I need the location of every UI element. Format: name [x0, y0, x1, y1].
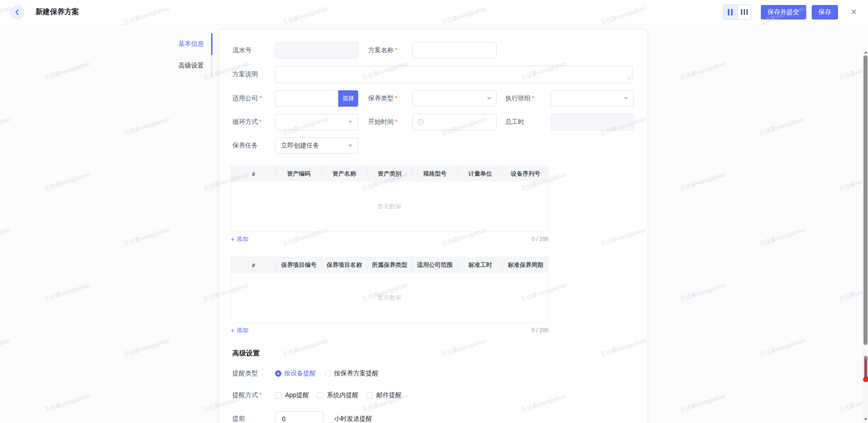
- radio-by-plan[interactable]: 按保养方案提醒: [325, 369, 379, 378]
- anchor-nav: 基本信息 高级设置: [178, 33, 206, 77]
- column-header: 标准工时: [458, 257, 503, 273]
- asset-table-empty-state: 暂无数据: [231, 182, 548, 231]
- form-card: 流水号 方案名称* 方案说明 适用公司* 选择: [220, 30, 647, 423]
- company-label: 适用公司*: [232, 94, 275, 103]
- plan-desc-label: 方案说明: [232, 70, 275, 79]
- three-bars-icon: [741, 9, 742, 15]
- two-bars-icon: [728, 9, 730, 15]
- two-column-layout-button[interactable]: [723, 5, 737, 20]
- maint-task-select[interactable]: 立即创建任务: [275, 138, 358, 154]
- exec-team-label: 执行班组*: [505, 94, 551, 103]
- checkbox-icon: [366, 392, 373, 398]
- chevron-down-icon: [624, 97, 628, 100]
- checkbox-email-remind[interactable]: 邮件提醒: [366, 391, 402, 399]
- item-table-empty-state: 暂无数据: [231, 273, 548, 323]
- tab-basic-info[interactable]: 基本信息: [178, 33, 206, 55]
- remind-type-row: 提醒类型 按设备提醒 按保养方案提醒: [232, 369, 634, 378]
- checkbox-app-remind[interactable]: App提醒: [275, 391, 309, 399]
- form-row: 循环方式* 开始时间* 总工时: [232, 114, 634, 130]
- asset-table: # 资产编码 资产名称 资产类别 规格型号 计量单位 设备序列号 暂无数据: [231, 166, 548, 232]
- item-table-header: # 保养项目编号 保养项目名称 所属保养类型 适用公司范围 标准工时 标准保养周…: [231, 257, 548, 273]
- column-header: 标准保养周期: [503, 257, 548, 273]
- plus-icon: +: [231, 236, 234, 243]
- exec-team-select[interactable]: [551, 90, 634, 107]
- asset-table-footer: +添加 0 / 200: [231, 235, 548, 243]
- total-hours-input: [551, 114, 634, 130]
- form-row: 方案说明: [232, 66, 634, 83]
- tab-advanced-settings[interactable]: 高级设置: [178, 55, 206, 77]
- empty-text: 暂无数据: [378, 202, 401, 211]
- column-header: 保养项目编号: [276, 257, 322, 273]
- scroll-down-icon[interactable]: [864, 418, 868, 421]
- column-header: 计量单位: [458, 166, 503, 182]
- remind-way-checkbox-group: App提醒 系统内提醒 邮件提醒: [275, 391, 402, 399]
- save-button[interactable]: 保存: [812, 5, 838, 20]
- page: 新建保养方案 保存并提交 保存 ✕ 基本信息 高级设置: [0, 0, 868, 423]
- advance-send-row: 提前 小时发送提醒: [232, 411, 634, 423]
- form-row: 流水号 方案名称*: [232, 42, 634, 59]
- form-row: 适用公司* 选择 保养类型* 执行班组*: [232, 90, 634, 107]
- start-time-picker[interactable]: [412, 114, 497, 130]
- checkbox-icon: [275, 392, 281, 398]
- layout-toggle: [723, 5, 752, 20]
- advanced-settings-title: 高级设置: [232, 349, 634, 358]
- asset-add-button[interactable]: +添加: [231, 235, 248, 243]
- cycle-mode-label: 循环方式*: [232, 118, 275, 126]
- column-header: 适用公司范围: [412, 257, 458, 273]
- item-table-section: # 保养项目编号 保养项目名称 所属保养类型 适用公司范围 标准工时 标准保养周…: [231, 257, 634, 334]
- remind-type-radio-group: 按设备提醒 按保养方案提醒: [275, 369, 379, 378]
- checkbox-system-remind[interactable]: 系统内提醒: [317, 391, 359, 399]
- item-count: 0 / 200: [532, 327, 548, 334]
- scroll-up-icon[interactable]: [864, 51, 868, 54]
- cycle-mode-select[interactable]: [275, 114, 358, 130]
- remind-way-row: 提醒方式* App提醒 系统内提醒 邮件提醒: [232, 391, 634, 399]
- column-header: 所属保养类型: [367, 257, 413, 273]
- serial-label: 流水号: [232, 46, 275, 54]
- remind-way-label: 提醒方式*: [232, 391, 275, 399]
- close-icon[interactable]: ✕: [851, 8, 857, 16]
- column-header: 资产编码: [276, 166, 322, 182]
- column-header: 资产名称: [322, 166, 367, 182]
- asset-table-section: # 资产编码 资产名称 资产类别 规格型号 计量单位 设备序列号 暂无数据 +添…: [231, 166, 634, 243]
- item-table: # 保养项目编号 保养项目名称 所属保养类型 适用公司范围 标准工时 标准保养周…: [231, 257, 548, 323]
- maint-type-label: 保养类型*: [368, 94, 412, 103]
- start-time-label: 开始时间*: [368, 118, 412, 126]
- page-title: 新建保养方案: [35, 7, 79, 17]
- column-header: 设备序列号: [503, 166, 548, 182]
- advance-hours-input[interactable]: [275, 411, 323, 423]
- three-column-layout-button[interactable]: [737, 5, 751, 20]
- column-header: #: [231, 257, 276, 273]
- maint-task-label: 保养任务: [232, 142, 275, 150]
- scrollbar-thumb[interactable]: [863, 55, 868, 345]
- item-table-footer: +添加 0 / 200: [231, 326, 548, 334]
- maint-type-select[interactable]: [412, 90, 497, 107]
- plan-name-label: 方案名称*: [368, 46, 412, 54]
- scrollbar-track[interactable]: [863, 49, 868, 423]
- thermometer-icon: [863, 356, 868, 386]
- column-header: 保养项目名称: [322, 257, 367, 273]
- item-add-button[interactable]: +添加: [231, 326, 248, 334]
- save-and-submit-button[interactable]: 保存并提交: [761, 5, 806, 20]
- asset-table-header: # 资产编码 资产名称 资产类别 规格型号 计量单位 设备序列号: [231, 166, 548, 182]
- back-button[interactable]: [10, 5, 25, 20]
- plan-name-input[interactable]: [412, 42, 497, 59]
- company-select-button[interactable]: 选择: [338, 90, 358, 107]
- empty-text: 暂无数据: [378, 294, 401, 302]
- radio-checked-icon: [275, 370, 281, 377]
- radio-by-device[interactable]: 按设备提醒: [275, 369, 316, 378]
- resize-handle-icon[interactable]: [627, 74, 631, 82]
- total-hours-label: 总工时: [505, 118, 551, 126]
- asset-count: 0 / 200: [532, 236, 548, 242]
- header: 新建保养方案 保存并提交 保存 ✕: [0, 0, 868, 25]
- company-input[interactable]: [275, 90, 338, 107]
- remind-type-label: 提醒类型: [232, 369, 275, 378]
- column-header: #: [231, 166, 276, 182]
- clock-icon: [417, 118, 424, 127]
- chevron-down-icon: [348, 121, 353, 123]
- content-area: 基本信息 高级设置 流水号 方案名称* 方案说明: [0, 25, 868, 423]
- advance-send-label: 提前: [232, 415, 275, 423]
- checkbox-icon: [317, 392, 323, 398]
- radio-unchecked-icon: [325, 370, 331, 377]
- plan-desc-textarea[interactable]: [275, 66, 632, 83]
- anchor-rail: [211, 33, 212, 77]
